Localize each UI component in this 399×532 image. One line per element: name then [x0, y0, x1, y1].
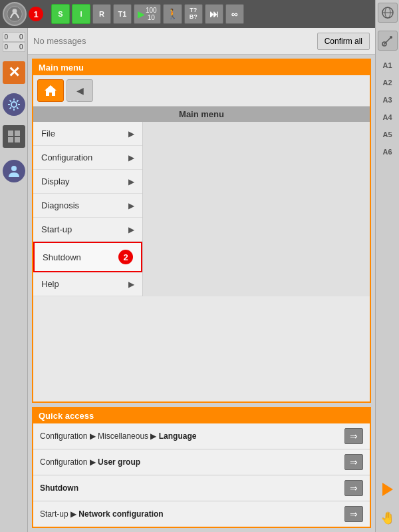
quick-access-panel: Quick access Configuration ▶ Miscellaneo… [32, 407, 371, 528]
left-sidebar: 00 00 ✕ [0, 28, 28, 532]
qa-go-shutdown-btn[interactable]: ⇒ [344, 480, 363, 496]
menu-arrow-startup: ▶ [128, 225, 134, 234]
rs-play-btn[interactable] [382, 483, 393, 496]
menu-item-diagnosis[interactable]: Diagnosis ▶ [33, 194, 142, 218]
qa-item-netconfig-label: Start-up ▶ Network configuration [40, 509, 164, 519]
menu-item-startup[interactable]: Start-up ▶ [33, 218, 142, 242]
svg-point-21 [11, 166, 17, 171]
toolbar: 1 S I R T1 ▶ 10010 🚶 T?B? ⏭ ∞ [0, 0, 399, 28]
menu-arrow-diagnosis: ▶ [128, 201, 134, 210]
menu-item-configuration-label: Configuration [41, 152, 92, 162]
badge-1: 1 [29, 7, 43, 21]
right-sidebar: A1 A2 A3 A4 A5 A6 🤚 [375, 0, 399, 532]
menu-arrow-display: ▶ [128, 177, 134, 186]
menu-nav: ◀ [33, 75, 370, 107]
logo-button[interactable] [3, 2, 27, 26]
menu-list: File ▶ Configuration ▶ Display ▶ [33, 122, 370, 296]
menu-inner: ◀ Main menu File ▶ Configuration ▶ [33, 75, 370, 401]
rs-globe-btn[interactable] [378, 3, 398, 23]
menu-panel: Main menu ◀ Main menu File ▶ [32, 59, 371, 403]
rs-label-a5: A5 [382, 131, 392, 138]
menu-item-help[interactable]: Help ▶ [33, 272, 142, 296]
btn-run[interactable]: ▶ 10010 [134, 4, 161, 24]
menu-title-bar: Main menu [33, 107, 370, 122]
menu-item-file[interactable]: File ▶ [33, 122, 142, 146]
qa-go-netconfig-btn[interactable]: ⇒ [344, 506, 363, 522]
btn-tb[interactable]: T?B? [184, 4, 203, 24]
qa-item-usergroup[interactable]: Configuration ▶ User group ⇒ [33, 449, 370, 475]
svg-rect-17 [8, 131, 13, 136]
menu-arrow-file: ▶ [128, 129, 134, 138]
menu-item-display[interactable]: Display ▶ [33, 170, 142, 194]
settings-button[interactable] [3, 93, 25, 116]
qa-go-language-btn[interactable]: ⇒ [344, 428, 363, 444]
x-icon: ✕ [8, 65, 20, 80]
badge-2: 2 [118, 250, 133, 264]
svg-line-15 [17, 101, 18, 102]
main-content: No messages Confirm all Main menu ◀ Main… [28, 28, 375, 532]
close-button[interactable]: ✕ [3, 61, 25, 84]
menu-item-file-label: File [41, 129, 55, 138]
messages-bar: No messages Confirm all [28, 28, 375, 55]
menu-item-shutdown[interactable]: Shutdown 2 [33, 242, 142, 272]
qa-item-shutdown-label: Shutdown [40, 483, 78, 493]
svg-point-0 [7, 7, 23, 22]
user-button[interactable] [3, 160, 25, 182]
confirm-all-button[interactable]: Confirm all [317, 33, 370, 50]
qa-header: Quick access [33, 408, 370, 423]
btn-i[interactable]: I [72, 4, 90, 24]
svg-marker-22 [45, 85, 57, 96]
btn-walk[interactable]: 🚶 [163, 4, 182, 24]
svg-point-7 [390, 36, 392, 39]
play-icon: ▶ [138, 9, 145, 19]
menu-item-configuration[interactable]: Configuration ▶ [33, 146, 142, 170]
svg-rect-19 [8, 137, 13, 142]
menu-item-startup-label: Start-up [41, 224, 72, 234]
menu-item-display-label: Display [41, 176, 70, 186]
rs-hand-btn[interactable]: 🤚 [380, 511, 395, 525]
rs-label-a4: A4 [382, 113, 392, 121]
counter-display: 00 00 [3, 32, 25, 52]
svg-line-13 [9, 101, 11, 102]
run-numbers: 10010 [146, 7, 157, 21]
menu-right-column [143, 122, 370, 296]
menu-arrow-configuration: ▶ [128, 153, 134, 162]
rs-label-a6: A6 [382, 148, 392, 156]
qa-item-language[interactable]: Configuration ▶ Miscellaneous ▶ Language… [33, 423, 370, 449]
rs-label-a3: A3 [382, 96, 392, 104]
svg-line-14 [17, 107, 18, 109]
menu-item-diagnosis-label: Diagnosis [41, 200, 79, 210]
btn-r[interactable]: R [92, 4, 111, 24]
btn-inf[interactable]: ∞ [225, 4, 244, 24]
btn-s[interactable]: S [51, 4, 70, 24]
qa-item-netconfig[interactable]: Start-up ▶ Network configuration ⇒ [33, 501, 370, 527]
menu-left-column: File ▶ Configuration ▶ Display ▶ [33, 122, 143, 296]
grid-button[interactable] [3, 125, 25, 148]
menu-arrow-help: ▶ [128, 280, 134, 289]
svg-rect-18 [15, 131, 20, 136]
nav-back-button[interactable]: ◀ [66, 79, 93, 102]
btn-t1[interactable]: T1 [113, 4, 132, 24]
qa-go-usergroup-btn[interactable]: ⇒ [344, 454, 363, 470]
menu-item-shutdown-label: Shutdown [43, 252, 81, 262]
messages-text: No messages [33, 36, 317, 46]
back-arrow-icon: ◀ [76, 85, 84, 96]
qa-items: Configuration ▶ Miscellaneous ▶ Language… [33, 423, 370, 527]
svg-rect-20 [15, 137, 20, 142]
rs-label-a1: A1 [382, 61, 392, 69]
menu-item-help-label: Help [41, 279, 59, 289]
qa-item-language-label: Configuration ▶ Miscellaneous ▶ Language [40, 431, 196, 441]
qa-item-shutdown[interactable]: Shutdown ⇒ [33, 475, 370, 501]
btn-skip[interactable]: ⏭ [205, 4, 223, 24]
svg-line-16 [9, 107, 11, 109]
qa-item-usergroup-label: Configuration ▶ User group [40, 457, 140, 467]
svg-point-8 [11, 102, 17, 107]
menu-header: Main menu [33, 60, 370, 75]
svg-point-1 [13, 9, 17, 13]
rs-satellite-btn[interactable] [378, 31, 398, 51]
nav-home-button[interactable] [37, 79, 64, 102]
rs-label-a2: A2 [382, 79, 392, 87]
